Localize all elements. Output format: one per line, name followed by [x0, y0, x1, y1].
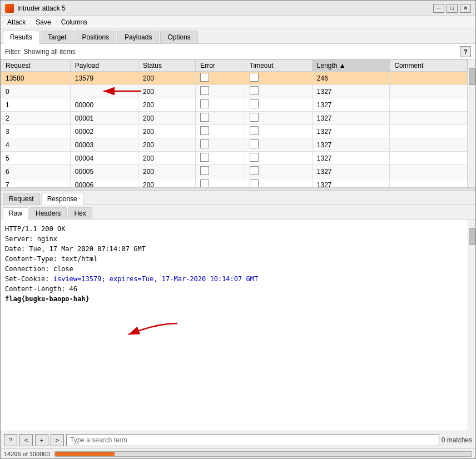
inner-tab-headers[interactable]: Headers — [29, 207, 67, 219]
title-controls: ─ □ ✕ — [433, 4, 471, 13]
app-icon — [5, 4, 14, 13]
results-table-wrapper: Request Payload Status Error Timeout Len… — [1, 59, 475, 187]
checkbox[interactable] — [250, 126, 259, 135]
title-bar-left: Intruder attack 5 — [5, 4, 66, 13]
col-header-timeout[interactable]: Timeout — [245, 60, 312, 72]
checkbox[interactable] — [250, 86, 259, 95]
response-line: Set-Cookie: isview=13579; expires=Tue, 1… — [5, 274, 468, 284]
checkbox[interactable] — [200, 139, 209, 148]
response-line: Content-Type: text/html — [5, 254, 468, 264]
col-header-length[interactable]: Length ▲ — [312, 60, 389, 72]
table-row[interactable]: 5000042001327 — [1, 152, 468, 165]
table-scrollbar[interactable] — [468, 59, 475, 187]
col-header-payload[interactable]: Payload — [70, 60, 138, 72]
checkbox[interactable] — [200, 99, 209, 108]
col-header-status[interactable]: Status — [138, 60, 196, 72]
menu-save[interactable]: Save — [31, 17, 55, 27]
tab-options[interactable]: Options — [160, 31, 197, 43]
inner-tab-raw[interactable]: Raw — [3, 207, 28, 219]
checkbox[interactable] — [200, 113, 209, 122]
results-table: Request Payload Status Error Timeout Len… — [1, 59, 468, 187]
table-row[interactable]: 3000022001327 — [1, 125, 468, 138]
checkbox[interactable] — [200, 153, 209, 162]
table-row[interactable]: 4000032001327 — [1, 138, 468, 152]
response-content: HTTP/1.1 200 OKServer: nginxDate: Tue, 1… — [1, 219, 475, 431]
checkbox[interactable] — [250, 153, 259, 162]
table-row[interactable]: 1358013579200246 — [1, 72, 468, 85]
tab-payloads[interactable]: Payloads — [117, 31, 159, 43]
response-line: Connection: close — [5, 264, 468, 274]
prev-button[interactable]: < — [19, 434, 33, 446]
response-scroll-thumb — [469, 228, 475, 245]
response-line: Server: nginx — [5, 234, 468, 244]
response-line: flag{bugku-baopo-hah} — [5, 294, 468, 304]
inner-tab-hex[interactable]: Hex — [68, 207, 92, 219]
filter-help-button[interactable]: ? — [460, 46, 471, 57]
table-row[interactable]: 1000002001327 — [1, 98, 468, 112]
checkbox[interactable] — [250, 179, 259, 187]
response-line: Date: Tue, 17 Mar 2020 07:14:07 GMT — [5, 244, 468, 254]
progress-section: 14296 of 100000 — [1, 448, 475, 458]
title-bar: Intruder attack 5 ─ □ ✕ — [1, 1, 475, 16]
minimize-button[interactable]: ─ — [433, 4, 444, 13]
response-line: HTTP/1.1 200 OK — [5, 224, 468, 234]
tab-results[interactable]: Results — [3, 31, 39, 44]
checkbox[interactable] — [250, 73, 259, 82]
search-input[interactable] — [66, 434, 439, 446]
col-header-request[interactable]: Request — [1, 60, 71, 72]
progress-track — [54, 451, 472, 457]
window-title: Intruder attack 5 — [17, 4, 66, 12]
add-button[interactable]: + — [35, 434, 48, 446]
help-button[interactable]: ? — [4, 434, 17, 446]
checkbox[interactable] — [200, 179, 209, 187]
menu-attack[interactable]: Attack — [3, 17, 30, 27]
filter-label: Filter: Showing all items — [5, 48, 76, 56]
checkbox[interactable] — [250, 99, 259, 108]
sub-tab-request[interactable]: Request — [3, 193, 40, 204]
col-header-error[interactable]: Error — [196, 60, 245, 72]
sub-tab-response[interactable]: Response — [41, 193, 83, 205]
menu-bar: Attack Save Columns — [1, 16, 475, 28]
checkbox[interactable] — [200, 86, 209, 95]
response-scrollbar[interactable] — [468, 219, 475, 431]
table-row[interactable]: 2000012001327 — [1, 112, 468, 125]
inner-tabs: Raw Headers Hex — [1, 205, 475, 219]
filter-bar: Filter: Showing all items ? — [1, 44, 475, 59]
matches-label: 0 matches — [442, 436, 472, 444]
table-row[interactable]: 7000062001327 — [1, 178, 468, 188]
checkbox[interactable] — [250, 139, 259, 148]
checkbox[interactable] — [250, 113, 259, 122]
close-button[interactable]: ✕ — [460, 4, 471, 13]
main-window: Intruder attack 5 ─ □ ✕ Attack Save Colu… — [0, 0, 476, 459]
checkbox[interactable] — [200, 166, 209, 175]
next-button[interactable]: > — [51, 434, 64, 446]
main-tabs: Results Target Positions Payloads Option… — [1, 28, 475, 44]
menu-columns[interactable]: Columns — [57, 17, 92, 27]
scroll-thumb — [469, 68, 475, 85]
maximize-button[interactable]: □ — [447, 4, 458, 13]
table-row[interactable]: 6000052001327 — [1, 165, 468, 178]
table-row[interactable]: 02001327 — [1, 85, 468, 98]
checkbox[interactable] — [250, 166, 259, 175]
sub-tabs: Request Response — [1, 191, 475, 205]
checkbox[interactable] — [200, 126, 209, 135]
checkbox[interactable] — [200, 73, 209, 82]
bottom-section: Request Response Raw Headers Hex HTTP/1.… — [1, 191, 475, 458]
tab-target[interactable]: Target — [41, 31, 73, 43]
response-area: HTTP/1.1 200 OKServer: nginxDate: Tue, 1… — [1, 219, 475, 431]
progress-label: 14296 of 100000 — [4, 451, 50, 457]
col-header-comment[interactable]: Comment — [390, 60, 468, 72]
response-line: Content-Length: 46 — [5, 284, 468, 294]
tab-positions[interactable]: Positions — [75, 31, 116, 43]
bottom-toolbar: ? < + > 0 matches — [1, 431, 475, 448]
progress-fill — [55, 452, 115, 456]
